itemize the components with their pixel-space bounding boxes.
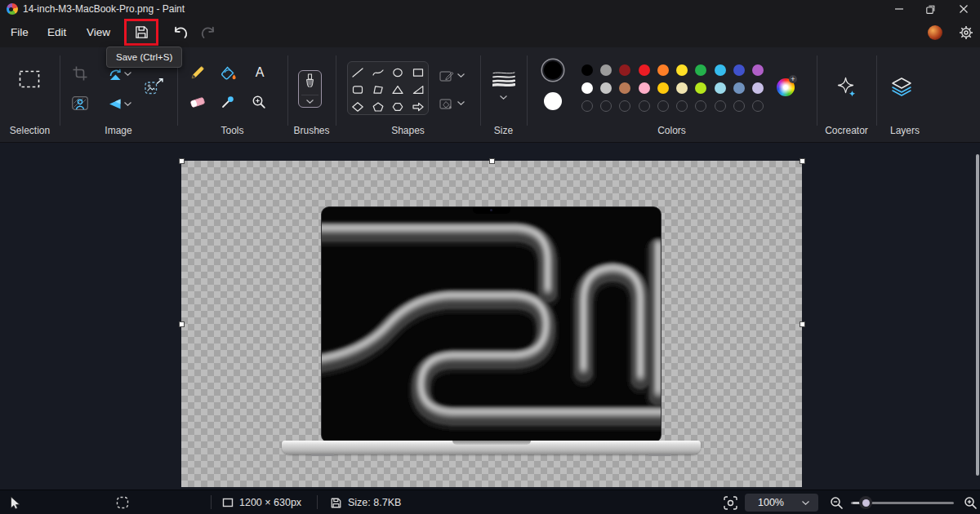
shape-pentagon[interactable] [372, 100, 384, 110]
shape-oval[interactable] [392, 66, 403, 76]
color-swatch[interactable] [733, 64, 745, 76]
undo-button[interactable] [172, 26, 188, 42]
shape-fill-button[interactable] [439, 97, 454, 113]
save-button[interactable] [124, 19, 158, 46]
remove-background-button[interactable] [72, 96, 88, 113]
color-swatch-empty[interactable] [600, 100, 612, 112]
size-button[interactable] [492, 71, 515, 90]
flip-dropdown-chevron[interactable] [124, 102, 131, 106]
selection-handle-top-left[interactable] [179, 158, 185, 164]
color-swatch[interactable] [695, 64, 706, 76]
shape-outline-button[interactable] [439, 69, 454, 86]
color-swatch[interactable] [715, 82, 726, 94]
layers-group: Layers [876, 47, 933, 143]
color-swatch[interactable] [695, 82, 706, 94]
color-swatch-empty[interactable] [752, 100, 764, 112]
color-swatch[interactable] [733, 82, 745, 94]
brushes-button[interactable] [298, 70, 322, 108]
shape-arrow-right[interactable] [412, 100, 424, 110]
color-swatch[interactable] [600, 82, 612, 94]
macbook-camera [490, 209, 492, 211]
color-swatch[interactable] [752, 82, 764, 94]
shape-outline-chevron[interactable] [457, 73, 465, 78]
shape-hexagon[interactable] [392, 100, 403, 110]
crop-button[interactable] [73, 66, 87, 84]
color-swatch[interactable] [619, 82, 630, 94]
color-swatch-empty[interactable] [639, 100, 650, 112]
menu-edit[interactable]: Edit [47, 18, 66, 47]
shape-polygon[interactable] [372, 83, 384, 93]
shape-line[interactable] [352, 66, 363, 76]
cursor-icon [10, 496, 20, 510]
svg-text:A: A [256, 65, 265, 79]
zoom-in-button[interactable] [964, 490, 978, 514]
color-swatch[interactable] [619, 64, 630, 76]
redo-button[interactable] [201, 26, 217, 42]
flip-button[interactable] [107, 98, 122, 113]
color-swatch[interactable] [752, 64, 764, 76]
color-swatch-empty[interactable] [581, 100, 593, 112]
color-swatch-empty[interactable] [715, 100, 726, 112]
layers-button[interactable] [891, 77, 912, 100]
shape-right-triangle[interactable] [412, 83, 424, 93]
menu-view[interactable]: View [87, 18, 110, 47]
sparkle-icon [837, 77, 857, 98]
color-swatch[interactable] [657, 82, 669, 94]
fill-button[interactable] [220, 65, 237, 84]
zoom-slider-thumb[interactable] [859, 496, 872, 509]
shape-rectangle[interactable] [412, 66, 424, 76]
selection-handle-top-right[interactable] [800, 158, 805, 164]
rotate-button[interactable] [107, 68, 123, 84]
color-swatch[interactable] [676, 64, 688, 76]
shape-rounded-rectangle[interactable] [352, 83, 363, 93]
magnifier-button[interactable] [252, 95, 266, 113]
color-swatch[interactable] [715, 64, 726, 76]
color-swatch[interactable] [639, 82, 650, 94]
color-swatch-empty[interactable] [695, 100, 706, 112]
cocreator-button[interactable] [837, 77, 857, 101]
vertical-scrollbar[interactable] [976, 154, 979, 476]
color-swatch-empty[interactable] [733, 100, 745, 112]
size-dropdown-chevron[interactable] [500, 95, 507, 100]
shape-fill-chevron[interactable] [457, 101, 465, 105]
color-picker-button[interactable] [220, 95, 235, 113]
color2-swatch[interactable] [544, 92, 562, 110]
fit-to-screen-button[interactable] [724, 490, 737, 514]
selection-tool-button[interactable] [19, 70, 40, 91]
color-swatch[interactable] [676, 82, 688, 94]
zoom-out-button[interactable] [830, 490, 844, 514]
selection-handle-mid-right[interactable] [800, 321, 805, 327]
menu-file[interactable]: File [11, 18, 29, 47]
eyedropper-icon [220, 95, 235, 109]
shape-triangle[interactable] [392, 83, 403, 93]
color-swatch-empty[interactable] [657, 100, 669, 112]
zoom-level-select[interactable]: 100% [745, 494, 818, 512]
minimize-button[interactable] [884, 0, 915, 18]
color-swatch[interactable] [581, 64, 593, 76]
settings-button[interactable] [959, 25, 973, 40]
maximize-button[interactable] [915, 0, 946, 18]
color-swatch-empty[interactable] [619, 100, 630, 112]
rotate-dropdown-chevron[interactable] [124, 72, 131, 76]
user-avatar[interactable] [928, 25, 942, 40]
resize-button[interactable] [145, 78, 164, 98]
shape-diamond[interactable] [352, 100, 363, 110]
selection-size-indicator [116, 490, 129, 514]
color1-swatch[interactable] [544, 61, 562, 79]
brushes-dropdown-chevron[interactable] [306, 100, 314, 104]
close-button[interactable] [947, 0, 980, 18]
color-swatch-empty[interactable] [676, 100, 688, 112]
color-swatch[interactable] [657, 64, 669, 76]
selection-handle-mid-left[interactable] [179, 321, 185, 327]
text-tool-button[interactable]: A [252, 64, 267, 83]
canvas[interactable] [181, 161, 802, 487]
shape-curve[interactable] [372, 66, 384, 76]
color-swatch[interactable] [581, 82, 593, 94]
color-swatch[interactable] [639, 64, 650, 76]
redo-icon [201, 26, 217, 39]
edit-colors-button[interactable]: + [777, 78, 795, 96]
selection-handle-top-center[interactable] [489, 158, 495, 164]
pencil-button[interactable] [190, 65, 205, 83]
color-swatch[interactable] [600, 64, 612, 76]
eraser-button[interactable] [189, 95, 206, 113]
